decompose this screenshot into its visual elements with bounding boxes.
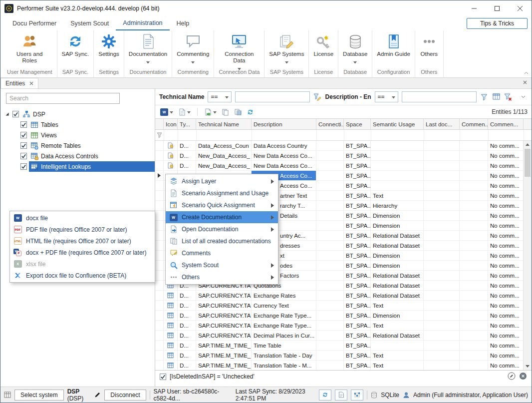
table-row[interactable]: D...Data_Access_CounData Access CountryB…	[155, 141, 532, 151]
ribbon-tab-docu-performer[interactable]: Docu Performer	[5, 16, 63, 30]
ribbon-button-sap-systems[interactable]: SAP Systems	[265, 31, 308, 61]
close-filter-button[interactable]	[519, 372, 527, 382]
filter-cell[interactable]	[164, 130, 178, 140]
ribbon-button-users-and-roles[interactable]: Users and Roles	[6, 31, 53, 64]
table-row[interactable]: D...SAP.TIME.M_TIME_Time TableBT_SPA...N…	[155, 341, 532, 351]
column-chooser-icon[interactable]	[492, 92, 501, 102]
tree-item-remote-tables[interactable]: Remote Tables	[0, 140, 155, 151]
select-system-button[interactable]: Select system	[14, 390, 64, 401]
ribbon-button-documentation[interactable]: Documentation	[125, 31, 171, 61]
column-header-last-doc-7[interactable]: Last doc...	[424, 119, 460, 129]
filter-icon[interactable]	[480, 92, 489, 102]
menu-item-comments[interactable]: Comments	[166, 247, 278, 259]
close-button[interactable]	[509, 0, 532, 16]
sap-sync-button[interactable]	[319, 390, 331, 401]
column-header-ty-1[interactable]: Ty...	[178, 119, 196, 129]
menu-item-create-documentation[interactable]: WCreate Documentation	[166, 211, 278, 223]
menu-item-docx-file[interactable]: Wdocx file	[10, 212, 155, 224]
table-row[interactable]: D...SAP.CURRENCY.TADecimal Places in Cur…	[155, 331, 532, 341]
chevron-down-icon[interactable]	[519, 92, 528, 102]
quick-settings-button[interactable]	[351, 390, 363, 401]
scroll-up-icon[interactable]	[524, 141, 532, 148]
filter-cell[interactable]	[178, 130, 197, 140]
menu-item-scenario-quick-assignment[interactable]: Scenario Quick Assignment	[166, 199, 278, 211]
edit-filter-button[interactable]	[508, 372, 516, 382]
filter-cell[interactable]	[460, 130, 489, 140]
maximize-button[interactable]	[486, 0, 509, 16]
ribbon-button-admin-guide[interactable]: Admin Guide	[373, 31, 414, 57]
log-button[interactable]	[335, 390, 347, 401]
column-header-icon-0[interactable]: Icon	[164, 119, 178, 129]
filter-cell[interactable]	[197, 130, 252, 140]
open-documentation-button[interactable]	[177, 107, 192, 117]
menu-item-html-file-requires-office-2007-or-later[interactable]: HTMLHTML file (requires Office 2007 or l…	[10, 235, 155, 247]
tree-item-intelligent-lookups[interactable]: Intelligent Lookups	[0, 161, 155, 172]
export-document-button[interactable]	[203, 107, 218, 117]
ribbon-button-commenting[interactable]: Commenting	[173, 31, 213, 61]
create-documentation-button[interactable]: W	[159, 107, 174, 117]
ribbon-button-others[interactable]: Others	[416, 31, 443, 57]
filter-cell[interactable]	[344, 130, 371, 140]
pen-icon[interactable]	[94, 392, 101, 398]
refresh-button[interactable]	[246, 107, 255, 117]
tree-item-data-access-controls[interactable]: Data Access Controls	[0, 151, 155, 161]
vertical-scrollbar[interactable]	[523, 141, 532, 370]
table-row[interactable]: D...SAP.CURRENCY.TACurrency TextBT_SPA..…	[155, 301, 532, 311]
ribbon-button-database[interactable]: Database	[339, 31, 371, 61]
checkbox[interactable]	[20, 121, 27, 128]
column-header-commen-8[interactable]: Commen...	[460, 119, 488, 129]
minimize-button[interactable]	[463, 0, 486, 16]
tree-item-views[interactable]: Views	[0, 130, 155, 140]
checkbox[interactable]	[20, 142, 27, 149]
ribbon-button-settings[interactable]: Settings	[94, 31, 123, 57]
checkbox[interactable]	[20, 153, 27, 159]
menu-item-docx-pdf-file-requires-office-2007-or-later[interactable]: WPdocx + PDF file (requires Office 2007 …	[10, 247, 155, 258]
filter-field2-input[interactable]	[402, 91, 477, 102]
copy-button[interactable]	[221, 107, 230, 117]
search-input[interactable]	[6, 93, 120, 104]
column-header-description-3[interactable]: Description	[252, 119, 316, 129]
copy-grid-button[interactable]	[233, 107, 243, 117]
ribbon-tab-administration[interactable]: Administration	[116, 16, 169, 30]
checkbox[interactable]	[12, 111, 19, 117]
filter-field1-input[interactable]	[235, 91, 310, 102]
panel-close-icon[interactable]	[523, 80, 527, 84]
menu-item-others[interactable]: Others	[166, 271, 278, 283]
filter-field2-operator[interactable]: ==	[375, 91, 398, 102]
menu-item-export-docx-file-to-confluence-beta[interactable]: Export docx file to Confluence (BETA)	[10, 270, 155, 281]
column-header-connecti-4[interactable]: Connecti...	[316, 119, 344, 129]
menu-item-open-documentation[interactable]: Open Documentation	[166, 223, 278, 235]
ribbon-button-license[interactable]: License	[309, 31, 337, 57]
table-row[interactable]: D...SAP.CURRENCY.TAExchange Rate Type...…	[155, 321, 532, 331]
filter-cell[interactable]	[489, 130, 524, 140]
table-row[interactable]: D...New_Data_Access_New Data Access Co..…	[155, 161, 532, 171]
filter-cell[interactable]	[252, 130, 317, 140]
menu-item-list-of-all-created-documentations[interactable]: List of all created documentations	[166, 235, 278, 247]
menu-item-scenario-assignment-and-usage[interactable]: Scenario Assignment and Usage	[166, 187, 278, 199]
ribbon-collapse-icon[interactable]	[524, 69, 529, 76]
ribbon-button-connection-data[interactable]: Connection Data	[216, 31, 263, 67]
edit-filter-icon[interactable]	[313, 92, 322, 102]
column-header-technical-name-2[interactable]: Technical Name	[196, 119, 252, 129]
column-header-commen-9[interactable]: Commen...	[488, 119, 524, 129]
filter-cell[interactable]	[317, 130, 344, 140]
checkbox[interactable]	[20, 132, 27, 138]
table-row[interactable]: D...SAP.TIME.M_TIME_Translation Table - …	[155, 351, 532, 361]
ribbon-tab-system-scout[interactable]: System Scout	[63, 16, 116, 30]
clear-filter-icon[interactable]	[504, 92, 512, 102]
tab-close-icon[interactable]	[29, 81, 33, 85]
filter-cell[interactable]	[424, 130, 460, 140]
table-row[interactable]: D...New_Data_Access_New Data Access Co..…	[155, 151, 532, 161]
table-row[interactable]: D...SAP.CURRENCY.TAExchange RatesBT_SPA.…	[155, 291, 532, 301]
menu-item-pdf-file-requires-office-2007-or-later[interactable]: PDFPDF file (requires Office 2007 or lat…	[10, 224, 155, 235]
tree-item-tables[interactable]: Tables	[0, 119, 155, 130]
checkbox[interactable]	[20, 163, 27, 170]
column-header-space-5[interactable]: Space	[344, 119, 371, 129]
scroll-down-icon[interactable]	[524, 363, 532, 370]
filter-cell[interactable]	[371, 130, 424, 140]
column-header-semantic-usage-6[interactable]: Semantic Usage	[371, 119, 424, 129]
expander-icon[interactable]	[3, 112, 10, 116]
tips-tricks-button[interactable]: Tips & Tricks	[467, 18, 528, 29]
ribbon-tab-help[interactable]: Help	[170, 16, 197, 30]
filter-field1-operator[interactable]: ==	[208, 91, 231, 102]
